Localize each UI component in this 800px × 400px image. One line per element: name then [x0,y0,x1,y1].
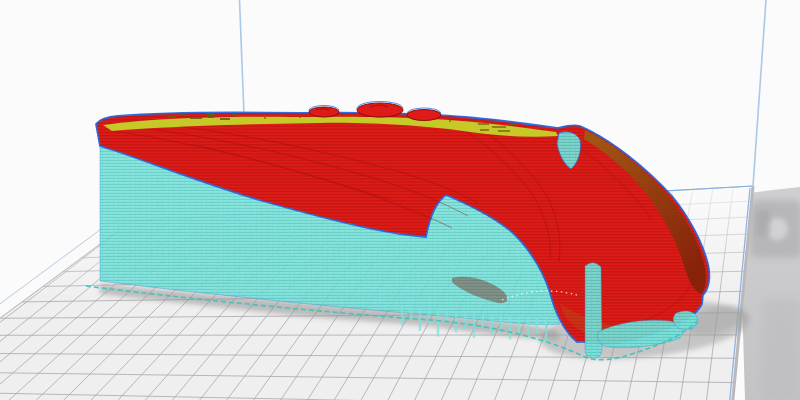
support-tower [585,263,602,358]
support-blob-small [673,311,698,330]
scene-canvas [0,0,800,400]
slicer-3d-viewport[interactable] [0,0,800,400]
